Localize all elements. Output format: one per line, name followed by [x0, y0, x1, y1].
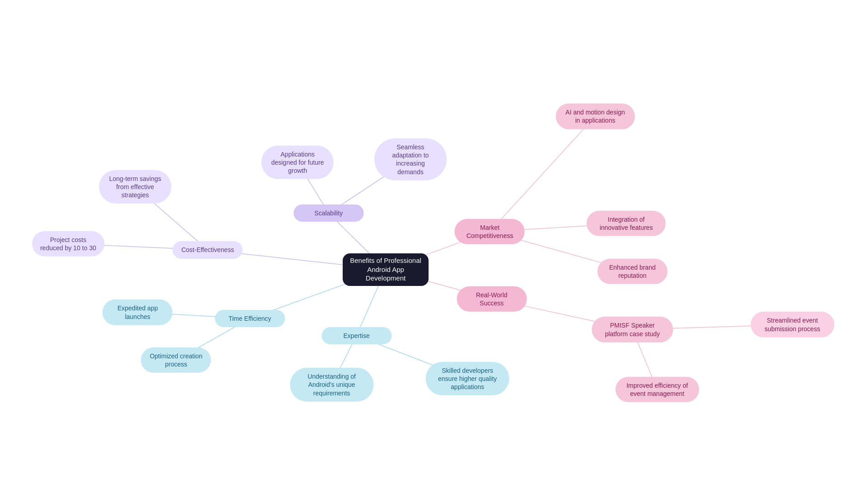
node-appsFutureGrowth: Applications designed for future growth: [261, 145, 334, 179]
node-center: Benefits of Professional Android App Dev…: [343, 253, 429, 286]
node-realWorldSuccess: Real-World Success: [457, 286, 527, 311]
connections-svg: [0, 0, 868, 490]
node-marketCompetitiveness: Market Competitiveness: [455, 219, 525, 244]
node-skilledDevelopers: Skilled developers ensure higher quality…: [426, 362, 509, 395]
node-integrationInnovative: Integration of innovative features: [587, 211, 666, 236]
node-expertise: Expertise: [321, 327, 392, 344]
node-scalability: Scalability: [293, 205, 363, 222]
node-understandingAndroid: Understanding of Android's unique requir…: [290, 368, 373, 402]
node-seamlessAdaptation: Seamless adaptation to increasing demand…: [374, 138, 447, 181]
node-costEffectiveness: Cost-Effectiveness: [173, 241, 243, 258]
node-expeditedApp: Expedited app launches: [103, 300, 173, 325]
node-improvedEfficiency: Improved efficiency of event management: [615, 377, 699, 402]
node-streamlinedEvent: Streamlined event submission process: [750, 312, 834, 337]
mindmap-container: Benefits of Professional Android App Dev…: [0, 0, 868, 490]
node-optimizedCreation: Optimized creation process: [141, 347, 211, 373]
node-pmisf: PMISF Speaker platform case study: [592, 317, 673, 342]
node-projectCostsReduced: Project costs reduced by 10 to 30: [32, 231, 104, 257]
node-enhancedBrand: Enhanced brand reputation: [597, 259, 667, 284]
node-aiMotion: AI and motion design in applications: [556, 104, 635, 129]
node-timeEfficiency: Time Efficiency: [215, 310, 285, 327]
node-longTermSavings: Long-term savings from effective strateg…: [99, 170, 171, 204]
